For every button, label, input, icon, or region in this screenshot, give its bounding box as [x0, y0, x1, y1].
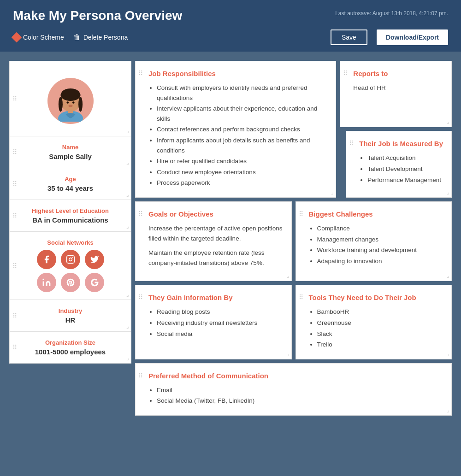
age-section: ⠿ Age 35 to 44 years ⌟ — [10, 168, 131, 200]
goals-paragraph: Maintain the employee retention rate (le… — [148, 248, 283, 268]
org-size-section: ⠿ Organization Size 1001-5000 employees … — [10, 332, 131, 363]
resize-handle-social[interactable]: ⌟ — [126, 291, 129, 298]
industry-label: Industry — [16, 307, 124, 314]
challenges-card: ⠿ Biggest Challenges ComplianceManagemen… — [296, 201, 452, 281]
googleplus-icon[interactable] — [85, 273, 104, 292]
list-item: Contact references and perform backgroun… — [157, 124, 327, 135]
list-item: Email — [157, 385, 443, 395]
tools-content: BambooHRGreenhouseSlackTrello — [309, 307, 443, 349]
drag-handle-education[interactable]: ⠿ — [12, 212, 17, 219]
job-measured-card: ⠿ Their Job Is Measured By Talent Acquis… — [346, 131, 452, 197]
goals-card: ⠿ Goals or Objectives Increase the perce… — [135, 201, 292, 281]
list-item: Social media — [157, 329, 283, 339]
resize-handle-info[interactable]: ⌟ — [287, 351, 290, 357]
color-scheme-button[interactable]: Color Scheme — [13, 33, 64, 41]
resize-handle-org[interactable]: ⌟ — [126, 355, 129, 361]
reports-to-card: ⠿ Reports to Head of HR ⌟ — [340, 61, 452, 127]
list-item: Receiving industry email newsletters — [157, 318, 283, 328]
org-size-label: Organization Size — [16, 339, 124, 346]
goals-paragraph: Increase the percentage of active open p… — [148, 223, 283, 243]
list-item: Management changes — [317, 235, 443, 245]
drag-handle-goals[interactable]: ⠿ — [138, 210, 142, 217]
resize-handle-measured[interactable]: ⌟ — [447, 189, 449, 195]
social-label: Social Networks — [16, 239, 124, 246]
drag-handle-job[interactable]: ⠿ — [138, 70, 142, 77]
list-item: Compliance — [317, 223, 443, 234]
resize-handle-job[interactable]: ⌟ — [331, 189, 334, 195]
page-title: Make My Persona Overview — [13, 8, 182, 23]
list-item: Hire or refer qualified candidates — [157, 156, 327, 166]
job-responsibilities-title: Job Responsibilities — [148, 70, 327, 77]
linkedin-icon[interactable] — [37, 273, 56, 292]
svg-point-7 — [66, 101, 69, 104]
svg-point-13 — [42, 279, 44, 280]
social-icons — [16, 250, 124, 292]
resize-handle-reports[interactable]: ⌟ — [447, 118, 449, 125]
list-item: Workforce training and development — [317, 245, 443, 255]
challenges-content: ComplianceManagement changesWorkforce tr… — [309, 223, 443, 266]
pinterest-icon[interactable] — [61, 273, 80, 292]
list-item: Adapating to innovation — [317, 256, 443, 266]
information-content: Reading blog postsReceiving industry ema… — [148, 307, 283, 339]
age-label: Age — [16, 176, 124, 182]
svg-point-9 — [68, 105, 72, 107]
drag-handle-org[interactable]: ⠿ — [12, 344, 17, 351]
delete-persona-button[interactable]: 🗑 Delete Persona — [73, 33, 128, 41]
right-top-stack: ⠿ Reports to Head of HR ⌟ ⠿ Their Job Is… — [340, 61, 452, 198]
drag-handle-name[interactable]: ⠿ — [12, 149, 17, 155]
list-item: Social Media (Twitter, FB, LinkedIn) — [157, 396, 443, 406]
avatar-section: ⠿ — [10, 61, 131, 136]
resize-handle[interactable]: ⌟ — [126, 128, 129, 134]
drag-handle-challenges[interactable]: ⠿ — [299, 210, 303, 217]
avatar — [47, 78, 94, 124]
communication-card: ⠿ Preferred Method of Communication Emai… — [135, 363, 452, 416]
instagram-icon[interactable] — [61, 250, 80, 269]
svg-point-6 — [61, 88, 80, 99]
goals-content: Increase the percentage of active open p… — [148, 223, 283, 268]
information-card: ⠿ They Gain Information By Reading blog … — [135, 285, 292, 359]
resize-handle-name[interactable]: ⌟ — [126, 159, 129, 166]
resize-handle-education[interactable]: ⌟ — [126, 223, 129, 229]
list-item: Performance Management — [367, 175, 443, 185]
name-section: ⠿ Name Sample Sally ⌟ — [10, 136, 131, 168]
resize-handle-comm[interactable]: ⌟ — [447, 407, 449, 413]
resize-handle-challenges[interactable]: ⌟ — [447, 272, 449, 279]
resize-handle-industry[interactable]: ⌟ — [126, 323, 129, 329]
main-area: ⠿ — [0, 52, 461, 429]
facebook-icon[interactable] — [37, 250, 56, 269]
job-responsibilities-card: ⠿ Job Responsibilities Consult with empl… — [135, 61, 336, 198]
list-item: Trello — [317, 340, 443, 350]
challenges-title: Biggest Challenges — [309, 210, 443, 218]
drag-handle-reports[interactable]: ⠿ — [343, 70, 347, 77]
name-value: Sample Sally — [16, 153, 124, 160]
drag-handle-info[interactable]: ⠿ — [138, 294, 142, 301]
resize-handle-age[interactable]: ⌟ — [126, 191, 129, 198]
drag-handle[interactable]: ⠿ — [12, 95, 17, 102]
drag-handle-age[interactable]: ⠿ — [12, 181, 17, 187]
drag-handle-social[interactable]: ⠿ — [12, 263, 17, 269]
tools-card: ⠿ Tools They Need to Do Their Job Bamboo… — [296, 285, 452, 359]
drag-handle-comm[interactable]: ⠿ — [138, 372, 142, 379]
list-item: Talent Acquisition — [367, 153, 443, 163]
drag-handle-tools[interactable]: ⠿ — [299, 294, 303, 301]
drag-handle-measured[interactable]: ⠿ — [349, 140, 353, 147]
education-label: Highest Level of Education — [16, 207, 124, 214]
job-measured-content: Talent AcquisitionTalent DevelopmentPerf… — [359, 153, 443, 185]
resize-handle-tools[interactable]: ⌟ — [447, 351, 449, 357]
list-item: Consult with employers to identify needs… — [157, 83, 327, 103]
top-section-wrapper: ⠿ Job Responsibilities Consult with empl… — [135, 61, 452, 198]
goals-title: Goals or Objectives — [148, 210, 283, 218]
drag-handle-industry[interactable]: ⠿ — [12, 312, 17, 319]
row-4: ⠿ Preferred Method of Communication Emai… — [135, 363, 452, 416]
svg-point-5 — [78, 97, 83, 112]
list-item: Inform applicants about job details such… — [157, 135, 327, 155]
list-item: Greenhouse — [317, 318, 443, 328]
resize-handle-goals[interactable]: ⌟ — [287, 272, 290, 279]
twitter-icon[interactable] — [85, 250, 104, 269]
education-section: ⠿ Highest Level of Education BA in Commu… — [10, 200, 131, 232]
download-export-button[interactable]: Download/Export — [377, 29, 448, 45]
svg-rect-10 — [66, 256, 74, 264]
reports-to-value: Head of HR — [353, 83, 443, 93]
name-label: Name — [16, 144, 124, 151]
save-button[interactable]: Save — [331, 29, 367, 45]
